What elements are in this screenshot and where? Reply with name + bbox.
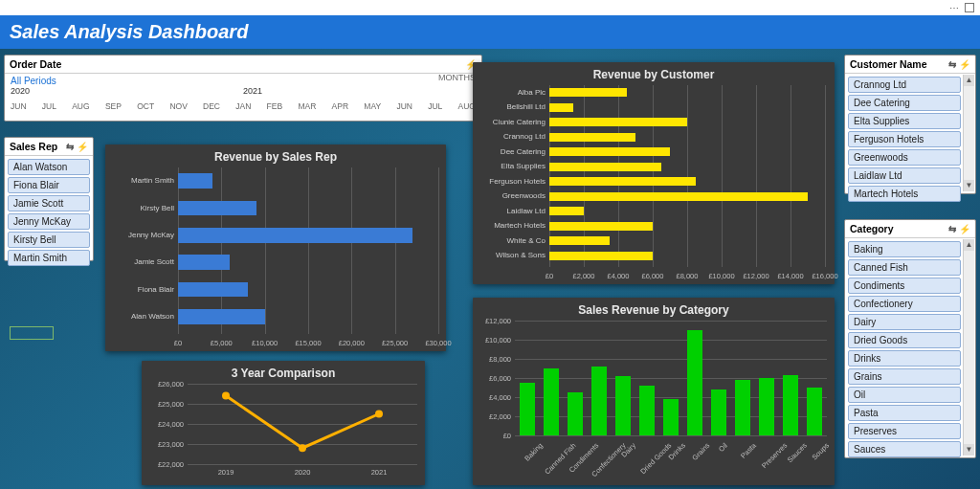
bar[interactable] (549, 222, 653, 231)
chart-title: Sales Revenue by Category (480, 303, 827, 317)
bar[interactable] (178, 309, 265, 324)
bar[interactable] (735, 380, 750, 435)
multiselect-icon[interactable]: ⇆ (948, 224, 956, 234)
bar[interactable] (544, 368, 559, 435)
slicer-item[interactable]: Alan Watson (8, 159, 90, 175)
bar[interactable] (549, 177, 696, 186)
bar[interactable] (687, 330, 702, 435)
chart-three-year: 3 Year Comparison £22,000£23,000£24,000£… (142, 361, 425, 485)
bar[interactable] (549, 163, 661, 171)
bar[interactable] (615, 376, 631, 435)
scrollbar[interactable]: ▲▼ (963, 239, 974, 456)
bar[interactable] (549, 252, 653, 260)
dashboard-canvas: Order Date ⚡ All Periods MONTHS 20202021… (0, 49, 980, 489)
maximize-icon[interactable] (965, 3, 974, 12)
slicer-sales-rep[interactable]: Sales Rep ⇆⚡ Alan WatsonFiona BlairJamie… (4, 137, 94, 261)
scrollbar[interactable]: ▲▼ (963, 75, 974, 191)
slicer-item[interactable]: Sauces (848, 441, 961, 457)
slicer-sales-rep-title: Sales Rep (10, 141, 57, 152)
slicer-item[interactable]: Kirsty Bell (8, 232, 90, 248)
timeline-title: Order Date (10, 58, 61, 70)
slicer-item[interactable]: Grains (848, 368, 961, 385)
chart-rev-by-category: Sales Revenue by Category £0£2,000£4,000… (473, 298, 835, 485)
chart-title: Revenue by Sales Rep (113, 150, 438, 164)
timeline-slicer[interactable]: Order Date ⚡ All Periods MONTHS 20202021… (4, 55, 482, 122)
bar[interactable] (178, 282, 248, 298)
slicer-item[interactable]: Martin Smith (8, 250, 90, 266)
bar[interactable] (591, 367, 607, 435)
chart-title: 3 Year Comparison (149, 367, 417, 380)
bar[interactable] (663, 399, 679, 435)
slicer-item[interactable]: Condiments (848, 278, 961, 294)
chart-rev-by-rep: Revenue by Sales Rep £0£5,000£10,000£15,… (105, 144, 446, 351)
bar[interactable] (178, 228, 412, 243)
bar[interactable] (178, 255, 230, 270)
line-series[interactable] (149, 384, 417, 464)
slicer-item[interactable]: Martech Hotels (848, 186, 961, 202)
bar[interactable] (178, 201, 256, 216)
clear-filter-icon[interactable]: ⚡ (959, 59, 970, 70)
chart-rev-by-customer: Revenue by Customer £0£2,000£4,000£6,000… (473, 62, 835, 284)
slicer-item[interactable]: Dairy (848, 314, 961, 330)
bar[interactable] (178, 173, 212, 189)
bar[interactable] (549, 147, 670, 156)
bar[interactable] (639, 386, 655, 435)
bar[interactable] (783, 375, 798, 435)
slicer-item[interactable]: Jenny McKay (8, 213, 90, 230)
slicer-item[interactable]: Ferguson Hotels (848, 131, 961, 147)
multiselect-icon[interactable]: ⇆ (66, 142, 74, 152)
slicer-item[interactable]: Preserves (848, 423, 961, 439)
slicer-item[interactable]: Laidlaw Ltd (848, 167, 961, 184)
slicer-customer[interactable]: Customer Name ⇆⚡ Crannog LtdDee Catering… (844, 55, 976, 194)
bar[interactable] (759, 378, 774, 435)
svg-point-0 (222, 392, 230, 400)
timeline-unit[interactable]: MONTHS (438, 73, 476, 82)
ellipsis-icon[interactable]: ⋯ (949, 3, 959, 12)
bar[interactable] (549, 88, 627, 97)
svg-point-2 (375, 411, 383, 418)
slicer-item[interactable]: Drinks (848, 350, 961, 367)
slicer-item[interactable]: Baking (848, 241, 961, 257)
bar[interactable] (549, 103, 573, 112)
slicer-item[interactable]: Oil (848, 387, 961, 403)
slicer-item[interactable]: Fiona Blair (8, 177, 90, 193)
slicer-item[interactable]: Pasta (848, 405, 961, 421)
bar[interactable] (549, 236, 610, 245)
svg-point-1 (299, 444, 306, 452)
slicer-item[interactable]: Elta Supplies (848, 113, 961, 129)
slicer-item[interactable]: Confectionery (848, 296, 961, 312)
page-title: Sales Analysis Dashboard (0, 15, 980, 49)
multiselect-icon[interactable]: ⇆ (948, 59, 956, 70)
bar[interactable] (568, 392, 583, 435)
timeline-range: All Periods (5, 74, 481, 86)
clear-filter-icon[interactable]: ⚡ (77, 142, 88, 152)
bar[interactable] (549, 133, 635, 142)
cell-selection (10, 326, 54, 340)
timeline-months-axis[interactable]: JUNJULAUGSEPOCTNOVDECJANFEBMARAPRMAYJUNJ… (5, 96, 481, 115)
clear-filter-icon[interactable]: ⚡ (959, 224, 970, 234)
slicer-item[interactable]: Jamie Scott (8, 195, 90, 211)
slicer-customer-title: Customer Name (850, 58, 927, 70)
timeline-years: 20202021 (5, 86, 481, 96)
bar[interactable] (520, 383, 535, 435)
bar[interactable] (549, 192, 808, 201)
slicer-item[interactable]: Dee Catering (848, 95, 961, 111)
bar[interactable] (549, 207, 584, 215)
slicer-category[interactable]: Category ⇆⚡ BakingCanned FishCondimentsC… (844, 219, 976, 458)
slicer-item[interactable]: Crannog Ltd (848, 77, 961, 93)
slicer-item[interactable]: Dried Goods (848, 332, 961, 348)
slicer-item[interactable]: Canned Fish (848, 259, 961, 276)
slicer-item[interactable]: Greenwoods (848, 149, 961, 166)
bar[interactable] (711, 389, 726, 435)
bar[interactable] (549, 118, 687, 126)
window-controls: ⋯ (0, 0, 980, 15)
bar[interactable] (807, 388, 822, 435)
chart-title: Revenue by Customer (480, 68, 827, 81)
slicer-category-title: Category (850, 223, 894, 234)
